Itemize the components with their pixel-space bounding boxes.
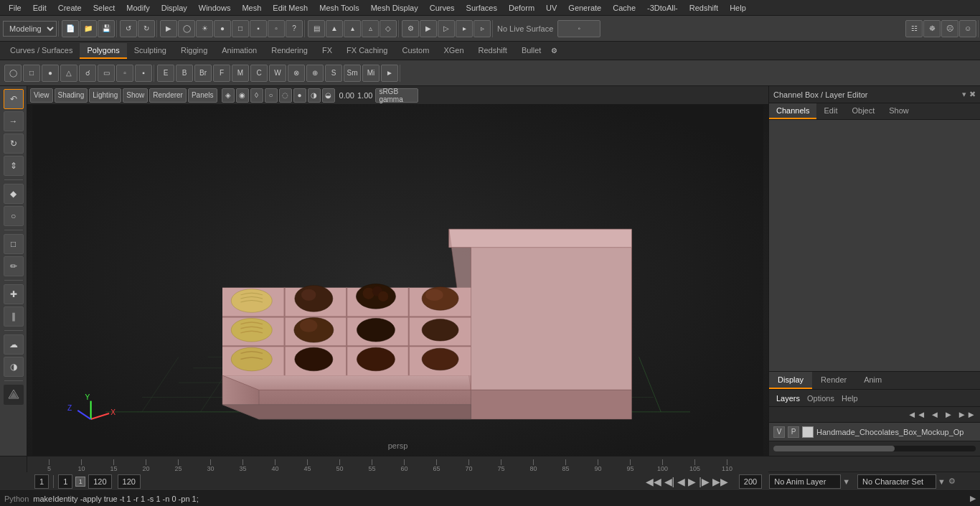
layer-visibility-btn[interactable]: V xyxy=(773,426,785,438)
open-render-view-btn[interactable]: ▹ xyxy=(473,20,491,37)
anim-step-back[interactable]: ◀| xyxy=(664,476,676,487)
render-tab[interactable]: Render xyxy=(812,372,855,389)
cone-btn[interactable]: △ xyxy=(60,65,77,82)
paint-btn[interactable]: ☀ xyxy=(196,20,213,37)
tab-bullet[interactable]: Bullet xyxy=(514,43,549,59)
snap-curve-btn[interactable]: ▲ xyxy=(326,20,343,37)
select-tool-btn[interactable]: ↶ xyxy=(4,89,24,109)
snap-view-btn[interactable]: ◇ xyxy=(380,20,397,37)
range-start-field[interactable]: 1 xyxy=(58,474,72,489)
snap-point-btn[interactable]: ▴ xyxy=(344,20,361,37)
textured-btn[interactable]: ◑ xyxy=(308,88,321,103)
menu-edit-mesh[interactable]: Edit Mesh xyxy=(267,2,314,14)
layer-nav-next[interactable]: ► xyxy=(942,408,954,421)
show-menu-btn[interactable]: Show xyxy=(123,88,148,103)
undo-btn[interactable]: ↺ xyxy=(120,20,137,37)
menu-help[interactable]: Help xyxy=(724,2,752,14)
char-set-arrow[interactable]: ▼ xyxy=(938,477,946,486)
menu-surfaces[interactable]: Surfaces xyxy=(461,2,503,14)
menu-select[interactable]: Select xyxy=(88,2,121,14)
viewport[interactable]: View Shading Lighting Show Renderer Pane… xyxy=(27,86,768,456)
menu-generate[interactable]: Generate xyxy=(562,2,607,14)
bridge-btn[interactable]: Br xyxy=(194,65,212,82)
menu-modify[interactable]: Modify xyxy=(121,2,155,14)
merge-btn[interactable]: ⊗ xyxy=(288,65,305,82)
object-tab[interactable]: Object xyxy=(844,103,882,119)
render-settings-btn[interactable]: ⚙ xyxy=(402,20,419,37)
new-scene-btn[interactable]: 📄 xyxy=(62,20,79,37)
select-btn[interactable]: ▶ xyxy=(160,20,177,37)
attr-editor-btn[interactable]: ☸ xyxy=(923,20,941,37)
more-btn[interactable]: ► xyxy=(381,65,398,82)
color-space-btn[interactable]: sRGB gamma xyxy=(375,88,418,103)
show-tab[interactable]: Show xyxy=(882,103,916,119)
edit-tab[interactable]: Edit xyxy=(816,103,844,119)
plane-btn[interactable]: ▭ xyxy=(98,65,115,82)
menu-curves[interactable]: Curves xyxy=(424,2,461,14)
menu-cache[interactable]: Cache xyxy=(607,2,641,14)
sphere-btn[interactable]: ◯ xyxy=(4,65,22,82)
last-tool-btn[interactable]: ◆ xyxy=(4,184,24,204)
deselect-btn[interactable]: ▫ xyxy=(268,20,285,37)
open-scene-btn[interactable]: 📁 xyxy=(80,20,97,37)
select-all-btn[interactable]: ▪ xyxy=(250,20,267,37)
layer-playback-btn[interactable]: P xyxy=(788,426,799,438)
menu-display[interactable]: Display xyxy=(156,2,193,14)
character-set-display[interactable]: No Character Set xyxy=(857,474,936,489)
anim-play-back[interactable]: ◀ xyxy=(677,476,686,487)
char-set-settings[interactable]: ⚙ xyxy=(948,477,956,486)
channel-box-btn[interactable]: ☷ xyxy=(905,20,923,37)
scale-tool-btn[interactable]: ⇕ xyxy=(4,156,24,176)
anim-step-fwd[interactable]: |▶ xyxy=(698,476,710,487)
render-region-btn[interactable]: ☁ xyxy=(4,334,24,355)
menu-mesh-tools[interactable]: Mesh Tools xyxy=(314,2,364,14)
help-tab-item[interactable]: Help xyxy=(839,393,861,404)
measure-btn[interactable]: ∥ xyxy=(4,306,24,327)
menu-windows[interactable]: Windows xyxy=(193,2,237,14)
tab-curves-surfaces[interactable]: Curves / Surfaces xyxy=(3,43,80,59)
tool-settings-btn[interactable]: ☹ xyxy=(941,20,958,37)
layer-nav-first[interactable]: ◄◄ xyxy=(906,408,928,421)
menu-mesh-display[interactable]: Mesh Display xyxy=(365,2,424,14)
help-btn[interactable]: ? xyxy=(286,20,303,37)
anim-skip-end[interactable]: ▶▶ xyxy=(712,476,729,487)
move-tool-btn[interactable]: → xyxy=(4,111,24,131)
snap-grid-btn[interactable]: ▤ xyxy=(308,20,325,37)
snap-to-btn[interactable]: ✚ xyxy=(4,284,24,304)
multicut-btn[interactable]: M xyxy=(232,65,249,82)
tab-redshift[interactable]: Redshift xyxy=(471,43,514,59)
options-tab-item[interactable]: Options xyxy=(804,393,837,404)
extrude-btn[interactable]: E xyxy=(157,65,174,82)
menu-3dtool[interactable]: -3DtoAll- xyxy=(641,2,684,14)
tab-sculpting[interactable]: Sculpting xyxy=(127,43,174,59)
ipr-btn[interactable]: ▷ xyxy=(438,20,455,37)
rotate-tool-btn[interactable]: ↻ xyxy=(4,133,24,154)
connect-btn[interactable]: C xyxy=(250,65,268,82)
tab-rigging[interactable]: Rigging xyxy=(174,43,215,59)
display-tab[interactable]: Display xyxy=(769,372,812,389)
torus-btn[interactable]: ☌ xyxy=(79,65,96,82)
layer-scrollbar-thumb[interactable] xyxy=(773,446,895,451)
show-manip-btn[interactable]: ○ xyxy=(4,206,24,226)
combine-btn[interactable]: ⊕ xyxy=(306,65,324,82)
marquee-btn[interactable]: □ xyxy=(232,20,249,37)
shading-menu-btn[interactable]: Shading xyxy=(55,88,88,103)
layer-color-swatch[interactable] xyxy=(802,426,814,438)
tab-rendering[interactable]: Rendering xyxy=(264,43,315,59)
render-btn[interactable]: ▶ xyxy=(420,20,437,37)
soft-select-btn[interactable]: ● xyxy=(214,20,231,37)
menu-mesh[interactable]: Mesh xyxy=(236,2,267,14)
anim-layer-arrow[interactable]: ▼ xyxy=(842,477,850,486)
cube-btn[interactable]: □ xyxy=(23,65,40,82)
anim-checkbox[interactable]: 1 xyxy=(75,477,85,487)
anim-skip-start[interactable]: ◀◀ xyxy=(645,476,662,487)
snap-surface-btn[interactable]: ▵ xyxy=(362,20,379,37)
render-seq-btn[interactable]: ▸ xyxy=(456,20,473,37)
wireframe-btn[interactable]: ◌ xyxy=(279,88,292,103)
cb-settings-icon[interactable]: ✖ xyxy=(969,90,976,99)
command-text[interactable]: makeIdentity -apply true -t 1 -r 1 -s 1 … xyxy=(33,495,966,503)
tab-xgen[interactable]: XGen xyxy=(436,43,471,59)
anim-end-field[interactable]: 120 xyxy=(118,474,141,489)
special2-btn[interactable]: ▪ xyxy=(135,65,152,82)
presel-highlight-btn[interactable]: ○ xyxy=(265,88,278,103)
